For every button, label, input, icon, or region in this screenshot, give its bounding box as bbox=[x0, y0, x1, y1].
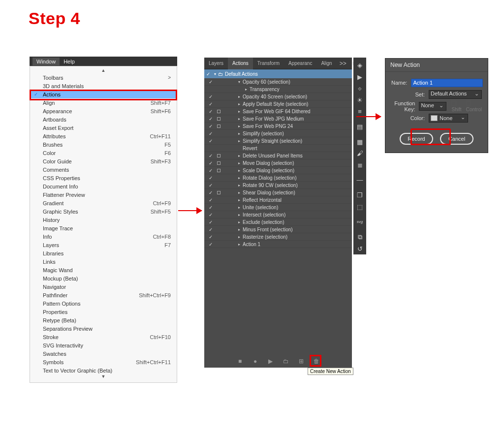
tab-appearanc[interactable]: Appearanc bbox=[284, 58, 316, 69]
menu-item-toolbars[interactable]: Toolbars> bbox=[30, 73, 177, 82]
menu-item-actions[interactable]: ✓Actions bbox=[30, 90, 177, 98]
menu-item-separations-preview[interactable]: Separations Preview bbox=[30, 324, 177, 333]
dialog-toggle[interactable] bbox=[215, 124, 222, 129]
menu-item-flattener-preview[interactable]: Flattener Preview bbox=[30, 190, 177, 199]
play-icon[interactable]: ▶ bbox=[267, 358, 274, 365]
toggle-check[interactable]: ✓ bbox=[206, 175, 215, 181]
artboards-icon[interactable]: ❐ bbox=[353, 189, 366, 201]
action-row[interactable]: Revert bbox=[204, 145, 352, 152]
disclosure-icon[interactable]: ▸ bbox=[237, 139, 242, 143]
layers-icon[interactable]: ◈ bbox=[353, 60, 366, 71]
menu-item-align[interactable]: AlignShift+F7 bbox=[30, 98, 177, 107]
menu-item-history[interactable]: History bbox=[30, 216, 177, 224]
window-menu[interactable]: ▲ Toolbars>3D and Materials✓ActionsAlign… bbox=[30, 66, 177, 383]
action-row[interactable]: ✓▸Scale Dialog (selection) bbox=[204, 167, 352, 174]
menu-item-image-trace[interactable]: Image Trace bbox=[30, 224, 177, 232]
toggle-check[interactable]: ✓ bbox=[206, 94, 215, 99]
menu-item-graphic-styles[interactable]: Graphic StylesShift+F5 bbox=[30, 207, 177, 216]
menu-item-retype-beta-[interactable]: Retype (Beta) bbox=[30, 316, 177, 324]
disclosure-icon[interactable]: ▸ bbox=[237, 117, 242, 121]
toggle-check[interactable]: ✓ bbox=[206, 219, 215, 225]
svg-icon[interactable]: svg bbox=[353, 216, 366, 228]
toggle-check[interactable]: ✓ bbox=[206, 124, 215, 129]
menu-item-mockup-beta-[interactable]: Mockup (Beta) bbox=[30, 274, 177, 282]
menu-item-svg-interactivity[interactable]: SVG Interactivity bbox=[30, 341, 177, 349]
tab-transform[interactable]: Transform bbox=[253, 58, 284, 69]
toggle-check[interactable]: ✓ bbox=[206, 101, 215, 107]
tab-layers[interactable]: Layers bbox=[204, 58, 228, 69]
trash-icon[interactable]: 🗑 bbox=[313, 358, 320, 365]
actions-set-header[interactable]: ✓ ▾ 🗀 Default Actions bbox=[204, 69, 352, 78]
dialog-toggle[interactable] bbox=[215, 116, 222, 122]
cancel-button[interactable]: Cancel bbox=[440, 133, 473, 145]
brushes-icon[interactable]: 🖌 bbox=[353, 148, 366, 159]
dialog-toggle[interactable] bbox=[215, 168, 222, 173]
menu-item-gradient[interactable]: GradientCtrl+F9 bbox=[30, 199, 177, 207]
disclosure-icon[interactable]: ▸ bbox=[244, 87, 249, 92]
asset-icon[interactable]: ⬚ bbox=[353, 201, 366, 213]
action-row[interactable]: ▸Transparency bbox=[204, 86, 352, 93]
color-select[interactable]: None bbox=[429, 114, 468, 123]
toggle-check[interactable]: ✓ bbox=[206, 234, 215, 240]
play-icon[interactable]: ▶ bbox=[353, 71, 366, 83]
check-icon[interactable]: ✓ bbox=[206, 71, 210, 77]
action-row[interactable]: ✓▸Rotate Dialog (selection) bbox=[204, 174, 352, 182]
dialog-toggle[interactable] bbox=[215, 190, 222, 195]
toggle-check[interactable]: ✓ bbox=[206, 212, 215, 218]
record-button[interactable]: Record bbox=[400, 133, 433, 145]
menu-item-color[interactable]: ColorF6 bbox=[30, 149, 177, 157]
toggle-check[interactable]: ✓ bbox=[206, 79, 215, 85]
libraries-icon[interactable]: ⧉ bbox=[353, 231, 366, 243]
menu-item-magic-wand[interactable]: Magic Wand bbox=[30, 266, 177, 274]
action-row[interactable]: ✓▸Unite (selection) bbox=[204, 204, 352, 211]
align-icon[interactable]: ≡ bbox=[353, 106, 366, 118]
dialog-toggle[interactable] bbox=[215, 153, 222, 158]
swatches-icon[interactable]: ▦ bbox=[353, 136, 366, 148]
action-row[interactable]: ✓▸Simplify (selection) bbox=[204, 130, 352, 137]
action-row[interactable]: ✓▸Rasterize (selection) bbox=[204, 233, 352, 241]
toggle-check[interactable]: ✓ bbox=[206, 116, 215, 122]
history-icon[interactable]: ↺ bbox=[353, 243, 366, 254]
menu-item-css-properties[interactable]: CSS Properties bbox=[30, 174, 177, 182]
toggle-check[interactable]: ✓ bbox=[206, 197, 215, 203]
menu-item-properties[interactable]: Properties bbox=[30, 308, 177, 316]
disclosure-icon[interactable]: ▸ bbox=[237, 213, 242, 217]
menu-help[interactable]: Help bbox=[60, 58, 79, 65]
disclosure-icon[interactable]: ▸ bbox=[237, 168, 242, 173]
action-row[interactable]: ✓▾Opacity 60 (selection) bbox=[204, 78, 352, 86]
disclosure-icon[interactable]: ▸ bbox=[237, 161, 242, 165]
set-select[interactable]: Default Actions bbox=[429, 90, 482, 99]
expand-icon[interactable]: ▾ bbox=[214, 72, 216, 76]
toggle-check[interactable]: ✓ bbox=[206, 109, 215, 114]
menu-item-3d-and-materials[interactable]: 3D and Materials bbox=[30, 82, 177, 90]
menu-item-navigator[interactable]: Navigator bbox=[30, 282, 177, 291]
menu-item-brushes[interactable]: BrushesF5 bbox=[30, 140, 177, 149]
toggle-check[interactable]: ✓ bbox=[206, 183, 215, 188]
action-row[interactable]: ✓▸Reflect Horizontal bbox=[204, 196, 352, 204]
menu-scroll-down[interactable]: ▼ bbox=[30, 375, 177, 379]
menu-item-links[interactable]: Links bbox=[30, 257, 177, 266]
toggle-check[interactable]: ✓ bbox=[206, 138, 215, 144]
action-row[interactable]: ✓▸Save For Web JPG Medium bbox=[204, 115, 352, 123]
record-icon[interactable]: ● bbox=[252, 358, 259, 365]
menu-item-text-to-vector-graphic-beta-[interactable]: Text to Vector Graphic (Beta) bbox=[30, 366, 177, 375]
action-row[interactable]: ✓▸Exclude (selection) bbox=[204, 219, 352, 226]
function-key-select[interactable]: None bbox=[419, 102, 446, 111]
disclosure-icon[interactable]: ▸ bbox=[237, 154, 242, 158]
transform-icon[interactable]: ⟐ bbox=[353, 83, 366, 94]
action-row[interactable]: ✓▸Intersect (selection) bbox=[204, 211, 352, 219]
stop-icon[interactable]: ■ bbox=[236, 358, 244, 365]
menu-item-libraries[interactable]: Libraries bbox=[30, 249, 177, 257]
menu-scroll-up[interactable]: ▲ bbox=[30, 68, 177, 73]
menu-item-info[interactable]: InfoCtrl+F8 bbox=[30, 232, 177, 241]
toggle-check[interactable]: ✓ bbox=[206, 153, 215, 158]
toggle-check[interactable]: ✓ bbox=[206, 190, 215, 195]
toggle-check[interactable]: ✓ bbox=[206, 131, 215, 136]
disclosure-icon[interactable]: ▾ bbox=[237, 80, 242, 84]
tab-align[interactable]: Align bbox=[316, 58, 336, 69]
disclosure-icon[interactable]: ▸ bbox=[237, 227, 242, 232]
disclosure-icon[interactable]: ▸ bbox=[237, 102, 242, 106]
menu-item-attributes[interactable]: AttributesCtrl+F11 bbox=[30, 132, 177, 140]
menu-item-asset-export[interactable]: Asset Export bbox=[30, 124, 177, 132]
action-row[interactable]: ✓▸Rotate 90 CW (selection) bbox=[204, 182, 352, 189]
